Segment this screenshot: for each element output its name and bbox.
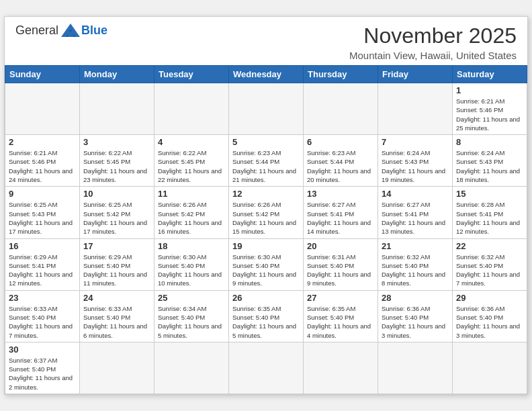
day-cell: 9Sunrise: 6:25 AM Sunset: 5:43 PM Daylig… [5,187,80,238]
day-info: Sunrise: 6:32 AM Sunset: 5:40 PM Dayligh… [382,253,449,288]
day-cell: 18Sunrise: 6:30 AM Sunset: 5:40 PM Dayli… [154,238,229,290]
day-number: 3 [83,137,150,147]
day-number: 25 [158,293,225,303]
day-cell: 16Sunrise: 6:29 AM Sunset: 5:41 PM Dayli… [5,238,80,290]
day-info: Sunrise: 6:37 AM Sunset: 5:40 PM Dayligh… [9,356,76,392]
day-cell [378,342,453,394]
day-cell: 28Sunrise: 6:36 AM Sunset: 5:40 PM Dayli… [378,290,453,342]
day-cell: 21Sunrise: 6:32 AM Sunset: 5:40 PM Dayli… [378,238,453,290]
day-info: Sunrise: 6:25 AM Sunset: 5:43 PM Dayligh… [9,200,76,236]
weekday-header-thursday: Thursday [304,65,378,83]
day-cell: 22Sunrise: 6:32 AM Sunset: 5:40 PM Dayli… [453,238,527,290]
title-area: November 2025 Mountain View, Hawaii, Uni… [349,24,517,61]
day-number: 15 [456,189,523,199]
day-cell: 29Sunrise: 6:36 AM Sunset: 5:40 PM Dayli… [453,290,527,342]
day-cell: 11Sunrise: 6:26 AM Sunset: 5:42 PM Dayli… [154,187,229,238]
logo-area: General Blue [15,24,107,38]
day-cell [304,342,378,394]
day-info: Sunrise: 6:27 AM Sunset: 5:41 PM Dayligh… [307,200,374,236]
day-info: Sunrise: 6:28 AM Sunset: 5:41 PM Dayligh… [456,200,523,236]
day-number: 22 [456,241,523,251]
day-cell [154,83,229,134]
day-number: 9 [9,189,76,199]
week-row-1: 1Sunrise: 6:21 AM Sunset: 5:46 PM Daylig… [5,83,527,134]
day-cell [453,342,527,394]
day-number: 30 [9,345,76,355]
week-row-5: 23Sunrise: 6:33 AM Sunset: 5:40 PM Dayli… [5,290,527,342]
day-cell [80,83,154,134]
day-number: 17 [83,241,150,251]
day-cell: 30Sunrise: 6:37 AM Sunset: 5:40 PM Dayli… [5,342,80,394]
day-info: Sunrise: 6:22 AM Sunset: 5:45 PM Dayligh… [83,148,150,184]
day-cell [5,83,80,134]
day-cell: 10Sunrise: 6:25 AM Sunset: 5:42 PM Dayli… [80,187,154,238]
day-info: Sunrise: 6:36 AM Sunset: 5:40 PM Dayligh… [382,304,449,340]
day-cell: 4Sunrise: 6:22 AM Sunset: 5:45 PM Daylig… [154,135,229,187]
calendar-grid: SundayMondayTuesdayWednesdayThursdayFrid… [5,65,527,394]
day-cell: 2Sunrise: 6:21 AM Sunset: 5:46 PM Daylig… [5,135,80,187]
day-info: Sunrise: 6:33 AM Sunset: 5:40 PM Dayligh… [83,304,150,340]
day-number: 7 [382,137,449,147]
day-number: 1 [456,85,523,95]
day-info: Sunrise: 6:32 AM Sunset: 5:40 PM Dayligh… [456,253,523,288]
day-cell [229,83,304,134]
day-info: Sunrise: 6:21 AM Sunset: 5:46 PM Dayligh… [456,97,523,132]
day-info: Sunrise: 6:29 AM Sunset: 5:40 PM Dayligh… [83,253,150,288]
day-cell: 27Sunrise: 6:35 AM Sunset: 5:40 PM Dayli… [304,290,378,342]
day-number: 24 [83,293,150,303]
day-number: 14 [382,189,449,199]
day-cell: 23Sunrise: 6:33 AM Sunset: 5:40 PM Dayli… [5,290,80,342]
weekday-header-friday: Friday [378,65,453,83]
day-number: 6 [307,137,374,147]
day-number: 23 [9,293,76,303]
weekday-header-sunday: Sunday [5,65,80,83]
day-cell: 3Sunrise: 6:22 AM Sunset: 5:45 PM Daylig… [80,135,154,187]
logo-general-text: General [15,24,58,38]
day-cell [304,83,378,134]
day-cell: 15Sunrise: 6:28 AM Sunset: 5:41 PM Dayli… [453,187,527,238]
day-info: Sunrise: 6:21 AM Sunset: 5:46 PM Dayligh… [9,148,76,184]
day-number: 16 [9,241,76,251]
day-cell: 19Sunrise: 6:30 AM Sunset: 5:40 PM Dayli… [229,238,304,290]
day-cell: 12Sunrise: 6:26 AM Sunset: 5:42 PM Dayli… [229,187,304,238]
location-title: Mountain View, Hawaii, United States [349,50,517,61]
day-cell: 13Sunrise: 6:27 AM Sunset: 5:41 PM Dayli… [304,187,378,238]
week-row-2: 2Sunrise: 6:21 AM Sunset: 5:46 PM Daylig… [5,135,527,187]
weekday-header-saturday: Saturday [453,65,527,83]
day-cell: 14Sunrise: 6:27 AM Sunset: 5:41 PM Dayli… [378,187,453,238]
day-number: 10 [83,189,150,199]
day-info: Sunrise: 6:23 AM Sunset: 5:44 PM Dayligh… [307,148,374,184]
day-number: 8 [456,137,523,147]
day-number: 19 [232,241,300,251]
day-info: Sunrise: 6:35 AM Sunset: 5:40 PM Dayligh… [232,304,300,340]
day-cell [80,342,154,394]
day-info: Sunrise: 6:30 AM Sunset: 5:40 PM Dayligh… [158,253,225,288]
day-number: 11 [158,189,225,199]
day-cell [154,342,229,394]
day-number: 29 [456,293,523,303]
day-cell: 26Sunrise: 6:35 AM Sunset: 5:40 PM Dayli… [229,290,304,342]
week-row-4: 16Sunrise: 6:29 AM Sunset: 5:41 PM Dayli… [5,238,527,290]
day-info: Sunrise: 6:26 AM Sunset: 5:42 PM Dayligh… [232,200,300,236]
week-row-6: 30Sunrise: 6:37 AM Sunset: 5:40 PM Dayli… [5,342,527,394]
day-cell [229,342,304,394]
day-cell: 20Sunrise: 6:31 AM Sunset: 5:40 PM Dayli… [304,238,378,290]
day-info: Sunrise: 6:33 AM Sunset: 5:40 PM Dayligh… [9,304,76,340]
day-number: 18 [158,241,225,251]
day-number: 4 [158,137,225,147]
weekday-header-row: SundayMondayTuesdayWednesdayThursdayFrid… [5,65,527,83]
day-info: Sunrise: 6:36 AM Sunset: 5:40 PM Dayligh… [456,304,523,340]
day-number: 12 [232,189,300,199]
logo-icon [61,24,80,37]
svg-rect-2 [68,32,73,37]
day-info: Sunrise: 6:22 AM Sunset: 5:45 PM Dayligh… [158,148,225,184]
day-number: 21 [382,241,449,251]
day-number: 20 [307,241,374,251]
day-info: Sunrise: 6:27 AM Sunset: 5:41 PM Dayligh… [382,200,449,236]
day-info: Sunrise: 6:24 AM Sunset: 5:43 PM Dayligh… [382,148,449,184]
day-info: Sunrise: 6:26 AM Sunset: 5:42 PM Dayligh… [158,200,225,236]
weekday-header-monday: Monday [80,65,154,83]
day-info: Sunrise: 6:24 AM Sunset: 5:43 PM Dayligh… [456,148,523,184]
day-info: Sunrise: 6:25 AM Sunset: 5:42 PM Dayligh… [83,200,150,236]
day-number: 28 [382,293,449,303]
